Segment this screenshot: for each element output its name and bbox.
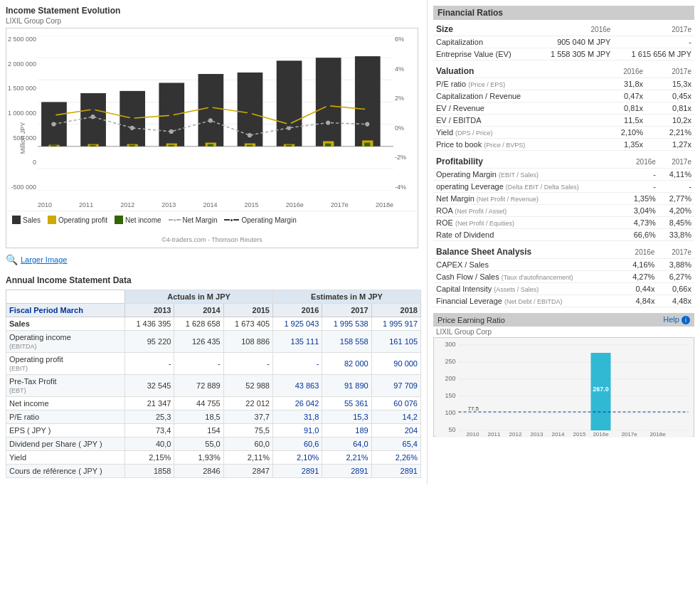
ev-2016: 1 558 305 M JPY <box>533 48 614 60</box>
income-chart: Million JPY 2 500 000 2 000 000 1 500 00… <box>6 28 418 248</box>
svg-text:2017e: 2017e <box>621 431 637 438</box>
roa-2017: 4,20% <box>659 205 694 217</box>
cap-rev-label: Capitalization / Revenue <box>433 90 598 102</box>
cell-5-1: 18,5 <box>174 410 223 424</box>
prof-2016e-header: 2016e <box>623 155 659 169</box>
cell-6-1: 154 <box>174 424 223 438</box>
col-2015: 2015 <box>223 304 272 317</box>
cell-4-1: 44 755 <box>174 397 223 410</box>
cell-1-1: 126 435 <box>174 331 223 353</box>
svg-text:2014: 2014 <box>552 431 565 438</box>
larger-image-link[interactable]: Larger Image <box>21 255 67 264</box>
legend-sales: Sales <box>12 216 41 224</box>
cell-4-2: 22 012 <box>223 397 272 410</box>
net-margin-2017: 2,77% <box>659 193 694 205</box>
annual-title: Annual Income Statement Data <box>6 275 421 285</box>
rod-2017: 33,8% <box>659 229 694 241</box>
yield-2017: 2,21% <box>646 127 694 139</box>
cell-6-3: 91,0 <box>273 424 322 438</box>
ptb-label: Price to book (Price / BVPS) <box>433 139 598 151</box>
legend-operating-margin: Operating Margin <box>224 216 296 224</box>
annual-data-table: Actuals in M JPY Estimates in M JPY Fisc… <box>6 290 421 478</box>
left-panel: Income Statement Evolution LIXIL Group C… <box>0 0 427 484</box>
cell-1-3: 135 111 <box>273 331 322 353</box>
col-2014: 2014 <box>174 304 223 317</box>
pe-chart-svg: 300 250 200 150 100 50 2010 <box>434 338 694 438</box>
cell-8-0: 2,15% <box>125 451 174 465</box>
cell-7-5: 65,4 <box>371 438 420 451</box>
cell-1-0: 95 220 <box>125 331 174 353</box>
cell-5-2: 37,7 <box>223 410 272 424</box>
pe-2016: 31,8x <box>598 78 646 90</box>
pe-subtitle: LIXIL Group Corp <box>433 327 694 337</box>
svg-text:2012: 2012 <box>509 431 522 438</box>
svg-point-38 <box>130 126 134 130</box>
cell-3-4: 91 890 <box>322 375 371 397</box>
cell-2-1: - <box>174 353 223 375</box>
cell-0-4: 1 995 538 <box>322 317 371 331</box>
zoom-row[interactable]: 🔍 Larger Image <box>6 251 421 268</box>
pe-help-link[interactable]: Help i <box>663 315 690 324</box>
cap-2016: 905 040 M JPY <box>533 36 614 48</box>
ev-2017: 1 615 656 M JPY <box>613 48 694 60</box>
capex-label: CAPEX / Sales <box>433 259 621 271</box>
cell-1-5: 161 105 <box>371 331 420 353</box>
svg-point-41 <box>248 133 252 137</box>
yield-2016: 2,10% <box>598 127 646 139</box>
svg-point-50 <box>248 111 252 115</box>
op-margin-label: Operating Margin (EBIT / Sales) <box>433 169 623 181</box>
cell-8-3: 2,10% <box>273 451 322 465</box>
cell-7-3: 60,6 <box>273 438 322 451</box>
svg-text:2011: 2011 <box>488 431 501 438</box>
row-label-0: Sales <box>6 317 125 331</box>
roe-2017: 8,45% <box>659 217 694 229</box>
cap-rev-2016: 0,47x <box>598 90 646 102</box>
valuation-label: Valuation <box>433 65 598 78</box>
svg-point-49 <box>208 105 213 110</box>
svg-rect-32 <box>247 145 253 147</box>
balance-sheet-table: Balance Sheet Analysis 2016e 2017e CAPEX… <box>433 245 694 307</box>
cap-2017: - <box>613 36 694 48</box>
svg-text:77.5: 77.5 <box>468 405 479 412</box>
chart-title: Income Statement Evolution <box>6 6 421 16</box>
cell-7-1: 55,0 <box>174 438 223 451</box>
ev-rev-2017: 0,81x <box>646 102 694 115</box>
row-label-2: Operating profit(EBIT) <box>6 353 125 375</box>
svg-text:2018e: 2018e <box>649 431 666 438</box>
pe-ratio-label: P/E ratio (Price / EPS) <box>433 78 598 90</box>
cell-5-0: 25,3 <box>125 410 174 424</box>
svg-rect-10 <box>80 93 106 147</box>
ev-ebitda-2017: 10,2x <box>646 115 694 127</box>
ptb-2016: 1,35x <box>598 139 646 151</box>
svg-rect-54 <box>436 338 692 438</box>
ptb-2017: 1,27x <box>646 139 694 151</box>
cell-8-4: 2,21% <box>322 451 371 465</box>
op-margin-2016: - <box>623 169 659 181</box>
cf-2016: 4,27% <box>621 271 658 283</box>
cell-9-0: 1858 <box>125 465 174 478</box>
legend-operating-profit: Operating profit <box>48 216 107 224</box>
cf-sales-label: Cash Flow / Sales (Taux d'autofinancemen… <box>433 271 621 283</box>
cap-int-2017: 0,66x <box>657 283 694 295</box>
profitability-table: Profitability 2016e 2017e Operating Marg… <box>433 155 694 241</box>
x-axis-labels: 2010 2011 2012 2013 2014 2015 2016e 2017… <box>38 201 393 208</box>
cap-rev-2017: 0,45x <box>646 90 694 102</box>
roa-label: ROA (Net Profit / Asset) <box>433 205 623 217</box>
cell-6-2: 75,5 <box>223 424 272 438</box>
cell-3-0: 32 545 <box>125 375 174 397</box>
cell-8-1: 1,93% <box>174 451 223 465</box>
cell-0-3: 1 925 043 <box>273 317 322 331</box>
row-label-4: Net income <box>6 397 125 410</box>
financial-ratios-title: Financial Ratios <box>433 6 694 20</box>
svg-point-39 <box>169 129 174 134</box>
size-label: Size <box>433 23 533 36</box>
row-label-3: Pre-Tax Profit(EBT) <box>6 375 125 397</box>
actuals-header: Actuals in M JPY <box>125 290 273 304</box>
svg-point-51 <box>287 122 291 126</box>
balance-sheet-label: Balance Sheet Analysis <box>433 245 621 259</box>
svg-point-36 <box>51 122 55 126</box>
net-margin-label: Net Margin (Net Profit / Revenue) <box>433 193 623 205</box>
svg-text:2015: 2015 <box>573 431 586 438</box>
cell-7-4: 64,0 <box>322 438 371 451</box>
right-panel: Financial Ratios Size 2016e 2017e Capita… <box>427 0 700 484</box>
